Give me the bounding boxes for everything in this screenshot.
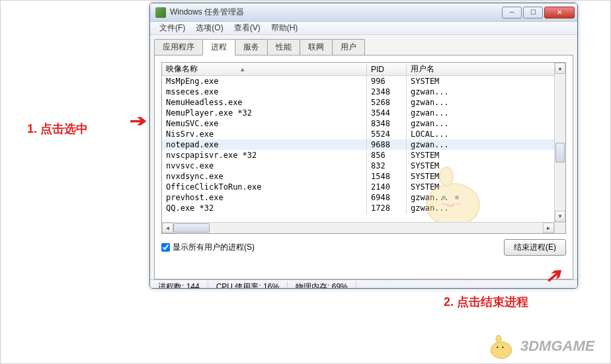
show-all-users-input[interactable] [161, 243, 170, 252]
horizontal-scrollbar[interactable]: ◄ ► [162, 222, 554, 233]
svg-point-3 [455, 196, 459, 200]
table-row[interactable]: notepad.exe9688gzwan... [162, 139, 565, 150]
status-process-count: 进程数: 144 [150, 281, 208, 289]
mascot-watermark [413, 162, 493, 228]
col-user[interactable]: 用户名 [407, 62, 565, 76]
list-body[interactable]: MsMpEng.exe996SYSTEMmsseces.exe2348gzwan… [162, 76, 565, 233]
app-icon [155, 7, 166, 18]
table-row[interactable]: QQ.exe *321728gzwan... [162, 203, 565, 213]
status-memory: 物理内存: 69% [288, 281, 356, 289]
menu-options[interactable]: 选项(O) [190, 21, 228, 35]
hscroll-thumb[interactable] [173, 223, 210, 233]
minimize-button[interactable]: ─ [502, 7, 522, 18]
table-row[interactable]: nvxdsync.exe1548SYSTEM [162, 171, 565, 182]
maximize-button[interactable]: ☐ [523, 7, 543, 18]
cell-image-name: QQ.exe *32 [162, 202, 367, 214]
tab-applications[interactable]: 应用程序 [154, 39, 203, 55]
tab-performance[interactable]: 性能 [267, 39, 300, 55]
end-process-button[interactable]: 结束进程(E) [504, 239, 566, 256]
close-button[interactable]: ✕ [544, 7, 575, 18]
svg-point-8 [497, 346, 498, 347]
list-header: 映像名称 ▲ PID 用户名 [162, 63, 565, 76]
scroll-corner [554, 222, 565, 233]
status-cpu-usage: CPU 使用率: 16% [208, 281, 288, 289]
titlebar[interactable]: Windows 任务管理器 ─ ☐ ✕ [150, 3, 577, 22]
svg-point-6 [491, 342, 512, 359]
table-row[interactable]: OfficeClickToRun.exe2140SYSTEM [162, 182, 565, 192]
cell-pid: 1728 [367, 202, 407, 214]
table-row[interactable]: NisSrv.exe5524LOCAL... [162, 129, 565, 139]
scroll-track[interactable] [555, 74, 565, 211]
scroll-left-button[interactable]: ◄ [162, 223, 173, 233]
col-pid[interactable]: PID [367, 63, 407, 75]
scroll-right-button[interactable]: ► [543, 223, 554, 233]
table-row[interactable]: nvscpapisvr.exe *32856SYSTEM [162, 150, 565, 161]
tab-networking[interactable]: 联网 [300, 39, 333, 55]
svg-point-4 [441, 203, 446, 205]
svg-point-2 [442, 196, 446, 200]
table-row[interactable]: NemuHeadless.exe5268gzwan... [162, 97, 565, 108]
annotation-2: 2. 点击结束进程 [444, 294, 528, 310]
scroll-down-button[interactable]: ▼ [555, 211, 565, 222]
tab-processes[interactable]: 进程 [202, 39, 235, 55]
logo-text: 3DMGAME [520, 338, 594, 355]
tab-services[interactable]: 服务 [235, 39, 268, 55]
col-image-name[interactable]: 映像名称 ▲ [162, 62, 367, 76]
statusbar: 进程数: 144 CPU 使用率: 16% 物理内存: 69% [150, 279, 577, 289]
task-manager-window: Windows 任务管理器 ─ ☐ ✕ 文件(F) 选项(O) 查看(V) 帮助… [149, 3, 578, 289]
hscroll-track[interactable] [173, 223, 543, 233]
table-row[interactable]: MsMpEng.exe996SYSTEM [162, 76, 565, 87]
table-row[interactable]: msseces.exe2348gzwan... [162, 87, 565, 97]
table-row[interactable]: prevhost.exe6948gzwan... [162, 192, 565, 203]
menu-view[interactable]: 查看(V) [229, 21, 266, 35]
tab-area: 应用程序 进程 服务 性能 联网 用户 映像名称 ▲ PID 用户名 [150, 35, 577, 279]
table-row[interactable]: NemuSVC.exe8348gzwan... [162, 118, 565, 129]
sort-ascending-icon: ▲ [239, 66, 245, 73]
table-row[interactable]: nvvsvc.exe832SYSTEM [162, 161, 565, 171]
tabs: 应用程序 进程 服务 性能 联网 用户 [154, 39, 573, 55]
scroll-thumb[interactable] [555, 143, 565, 163]
process-list: 映像名称 ▲ PID 用户名 [161, 62, 566, 234]
svg-point-9 [502, 346, 503, 347]
menu-help[interactable]: 帮助(H) [266, 21, 304, 35]
show-all-users-checkbox[interactable]: 显示所有用户的进程(S) [161, 242, 255, 253]
col-image-name-label: 映像名称 [166, 64, 198, 73]
annotation-1: 1. 点击选中 [27, 121, 88, 137]
site-logo: 3DMGAME [485, 333, 604, 359]
menu-file[interactable]: 文件(F) [154, 21, 190, 35]
table-row[interactable]: NemuPlayer.exe *323544gzwan... [162, 108, 565, 118]
show-all-users-label: 显示所有用户的进程(S) [173, 242, 255, 253]
tab-users[interactable]: 用户 [332, 39, 365, 55]
tab-content: 映像名称 ▲ PID 用户名 [154, 55, 573, 279]
svg-point-7 [496, 335, 501, 342]
window-title: Windows 任务管理器 [170, 7, 501, 18]
svg-point-1 [440, 167, 453, 186]
menubar: 文件(F) 选项(O) 查看(V) 帮助(H) [150, 22, 577, 35]
arrow-1-icon: ➔ [130, 113, 147, 129]
svg-point-5 [456, 203, 461, 205]
scroll-up-button[interactable]: ▲ [555, 63, 565, 74]
vertical-scrollbar[interactable]: ▲ ▼ [554, 63, 565, 222]
bottom-controls: 显示所有用户的进程(S) 结束进程(E) [161, 239, 566, 256]
